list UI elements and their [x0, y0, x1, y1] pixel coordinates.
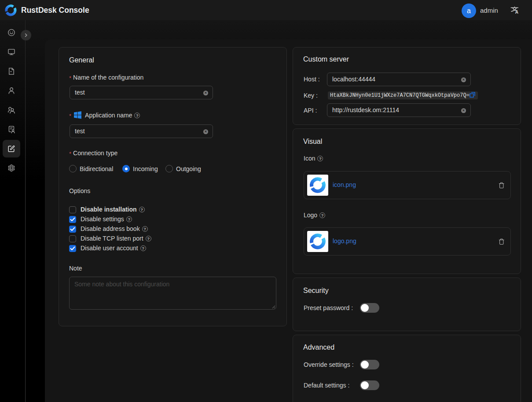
svg-text:A: A — [515, 10, 518, 15]
